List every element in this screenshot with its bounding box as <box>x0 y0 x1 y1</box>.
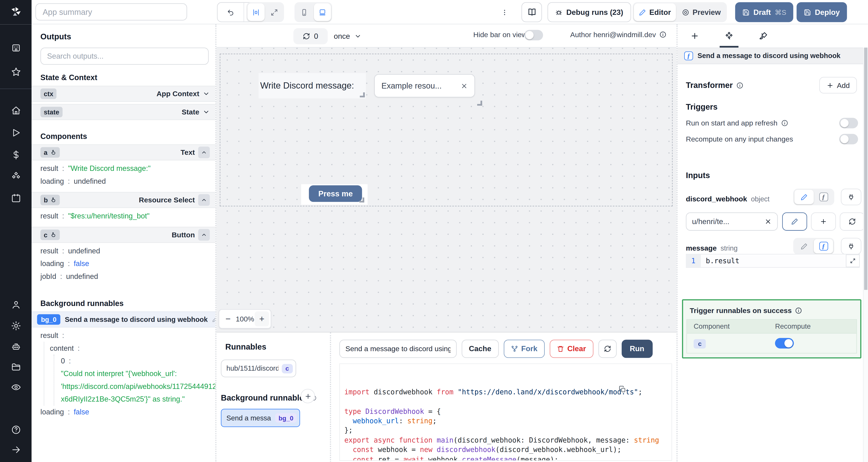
dw-static-mode[interactable] <box>795 190 814 204</box>
collapse-b-button[interactable] <box>198 194 210 206</box>
bg0-props: result: content: 0: "Could not interpret… <box>32 328 215 423</box>
tab-insert-component[interactable] <box>678 24 712 47</box>
collapse-c-button[interactable] <box>198 229 210 241</box>
component-c-row[interactable]: c Button <box>32 227 215 243</box>
state-badge: state <box>40 107 62 117</box>
layout-toggle-group <box>246 2 284 22</box>
zoom-out-button[interactable]: − <box>221 311 235 326</box>
bg-runnable-item-selected[interactable]: Send a message... bg_0 <box>221 409 300 427</box>
collapse-a-button[interactable] <box>198 146 210 158</box>
run-on-start-toggle[interactable] <box>839 118 858 128</box>
resize-handle[interactable] <box>359 198 364 203</box>
dw-connect-button[interactable] <box>841 189 861 205</box>
dollar-icon <box>11 150 21 160</box>
component-a-row[interactable]: a Text <box>32 144 215 160</box>
tab-component-settings[interactable] <box>712 24 746 47</box>
windmill-logo[interactable] <box>0 0 32 24</box>
zoom-in-button[interactable]: + <box>255 311 269 326</box>
edit-pencil-icon[interactable] <box>212 317 216 323</box>
resize-handle[interactable] <box>477 101 482 106</box>
sidebar-item-audit[interactable] <box>0 378 32 397</box>
sidebar-item-help[interactable] <box>0 421 32 439</box>
app-canvas[interactable]: Write Discord message: Example resou... … <box>216 47 676 332</box>
reload-code-button[interactable] <box>598 340 616 358</box>
debug-runs-button[interactable]: Debug runs (23) <box>548 2 631 22</box>
add-transformer-button[interactable]: Add <box>819 77 857 94</box>
fullwidth-layout-toggle[interactable] <box>266 3 283 21</box>
expand-editor-button[interactable] <box>846 254 860 267</box>
scrollbar-thumb[interactable] <box>864 47 868 290</box>
state-row[interactable]: state State <box>32 104 215 120</box>
clear-button[interactable]: Clear <box>550 340 593 358</box>
chevron-down-icon[interactable] <box>203 108 210 116</box>
chevron-down-icon[interactable] <box>203 90 210 97</box>
dw-edit-button[interactable] <box>782 212 807 231</box>
sidebar-item-variables[interactable] <box>0 145 32 164</box>
runnable-name-input[interactable] <box>339 340 457 358</box>
runnable-item-c[interactable]: hub/1511/discord/se... c <box>221 360 296 377</box>
sidebar-item-schedules[interactable] <box>0 189 32 207</box>
resource-select-component[interactable]: Example resou... <box>374 74 475 97</box>
folder-icon <box>11 362 21 372</box>
paintbrush-icon <box>759 32 768 40</box>
refresh-count-button[interactable]: 0 <box>293 28 328 44</box>
sidebar-item-home[interactable] <box>0 101 32 120</box>
dw-eval-mode[interactable]: ƒ <box>814 190 833 204</box>
sidebar-collapse-button[interactable] <box>0 440 32 459</box>
cache-button[interactable]: Cache <box>462 340 498 358</box>
book-icon <box>527 8 536 16</box>
bg0-row[interactable]: bg_0 Send a message to discord using web… <box>32 311 215 328</box>
app-summary-input[interactable] <box>35 3 187 21</box>
tab-editor[interactable]: Editor <box>634 3 676 21</box>
more-menu-button[interactable] <box>496 4 512 20</box>
sidebar-item-users[interactable] <box>0 295 32 314</box>
sidebar-item-settings[interactable] <box>0 317 32 335</box>
debug-runs-label: Debug runs (23) <box>566 8 623 16</box>
docs-button[interactable] <box>521 2 542 22</box>
plug-icon <box>847 193 855 201</box>
center-layout-toggle[interactable] <box>248 3 265 21</box>
sidebar-item-workers[interactable] <box>0 337 32 356</box>
component-b-row[interactable]: b Resource Select <box>32 192 215 208</box>
dw-refresh-button[interactable] <box>840 212 865 231</box>
run-button[interactable]: Run <box>621 340 653 358</box>
sidebar-item-folders[interactable] <box>0 357 32 376</box>
text-component[interactable]: Write Discord message: <box>258 73 366 99</box>
chevron-down-icon <box>354 33 362 40</box>
deploy-button[interactable]: Deploy <box>797 2 847 22</box>
right-panel-scrollbar[interactable] <box>863 47 868 462</box>
clear-resource-icon[interactable] <box>765 218 772 225</box>
recompute-toggle[interactable] <box>839 134 858 144</box>
message-connect-button[interactable] <box>841 238 861 255</box>
sidebar-item-runs[interactable] <box>0 123 32 142</box>
fork-button[interactable]: Fork <box>503 340 545 358</box>
desktop-view-toggle[interactable] <box>314 3 331 21</box>
components-title: Components <box>32 122 215 144</box>
recompute-c-toggle[interactable] <box>775 338 794 349</box>
add-background-runnable-button[interactable] <box>301 389 315 403</box>
draft-button[interactable]: Draft ⌘S <box>735 2 794 22</box>
search-outputs-input[interactable] <box>40 47 209 65</box>
sidebar-item-resources[interactable] <box>0 167 32 186</box>
frequency-select[interactable]: once <box>334 28 362 44</box>
tab-styling[interactable] <box>746 24 781 47</box>
sidebar-item-favorites[interactable] <box>0 62 32 81</box>
message-expression-editor[interactable]: 1 b.result <box>686 254 860 268</box>
message-static-mode[interactable] <box>795 239 814 253</box>
undo-button[interactable] <box>218 3 244 22</box>
tab-preview[interactable]: Preview <box>677 3 726 21</box>
press-me-button[interactable]: Press me <box>309 185 362 202</box>
mobile-view-toggle[interactable] <box>296 3 313 21</box>
copy-code-icon[interactable] <box>568 376 626 405</box>
info-icon[interactable] <box>659 31 666 38</box>
sidebar-item-workspace[interactable] <box>0 39 32 58</box>
dw-add-resource-button[interactable] <box>811 212 836 231</box>
message-eval-mode[interactable]: ƒ <box>814 239 833 253</box>
dw-resource-value[interactable]: u/henri/te... <box>686 212 778 231</box>
code-editor[interactable]: import discordwebhook from "https://deno… <box>339 363 672 461</box>
ctx-row[interactable]: ctx App Context <box>32 86 215 102</box>
state-type-label: State <box>182 108 199 116</box>
clear-select-icon[interactable] <box>461 82 468 89</box>
resize-handle[interactable] <box>360 92 365 97</box>
hide-bar-toggle[interactable] <box>524 30 543 40</box>
